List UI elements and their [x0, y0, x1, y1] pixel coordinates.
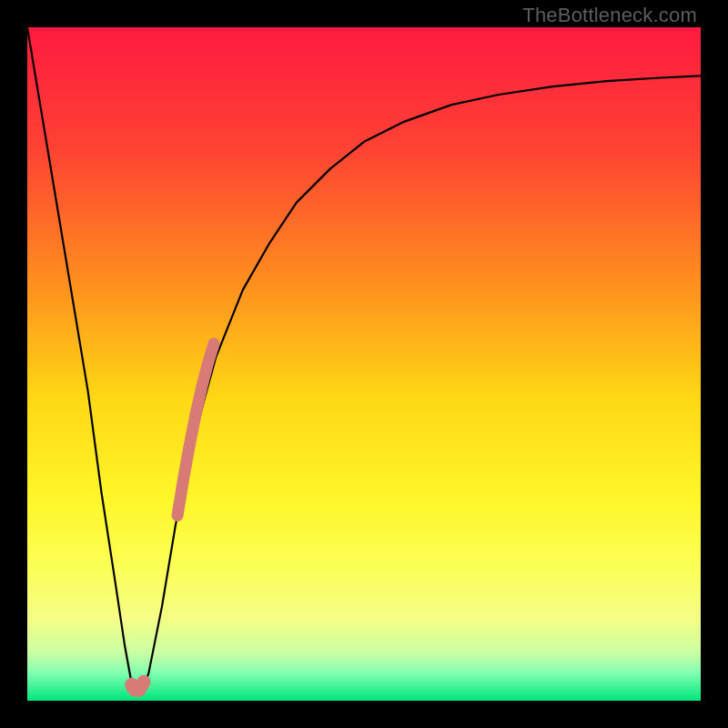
watermark-text: TheBottleneck.com [522, 4, 697, 27]
plot-area [27, 27, 701, 701]
highlight-dot [126, 679, 143, 695]
chart-svg [27, 27, 701, 701]
chart-frame: TheBottleneck.com [0, 0, 728, 728]
gradient-background [27, 27, 701, 701]
